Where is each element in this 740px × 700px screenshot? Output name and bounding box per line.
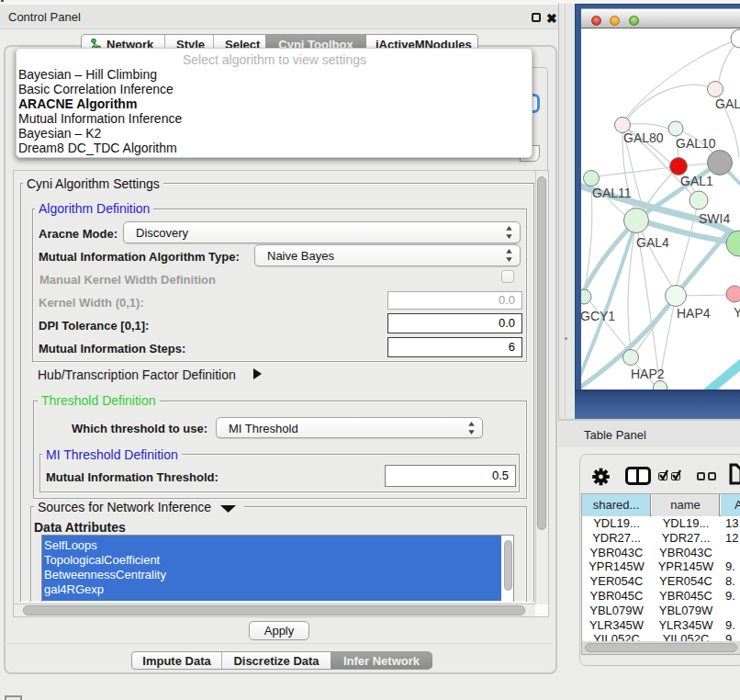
svg-text:GAL1: GAL1: [680, 174, 713, 188]
svg-text:YKR: YKR: [734, 305, 740, 320]
svg-text:HAP2: HAP2: [631, 367, 665, 381]
svg-text:GAL10: GAL10: [676, 136, 716, 151]
svg-text:GAL11: GAL11: [592, 186, 632, 200]
svg-text:SWI4: SWI4: [699, 211, 730, 226]
svg-text:GCY1: GCY1: [581, 309, 615, 323]
svg-text:GAL4: GAL4: [636, 235, 669, 250]
svg-text:HAP4: HAP4: [677, 306, 711, 321]
svg-text:GAL7: GAL7: [715, 96, 740, 111]
svg-text:GAL80: GAL80: [623, 130, 664, 145]
